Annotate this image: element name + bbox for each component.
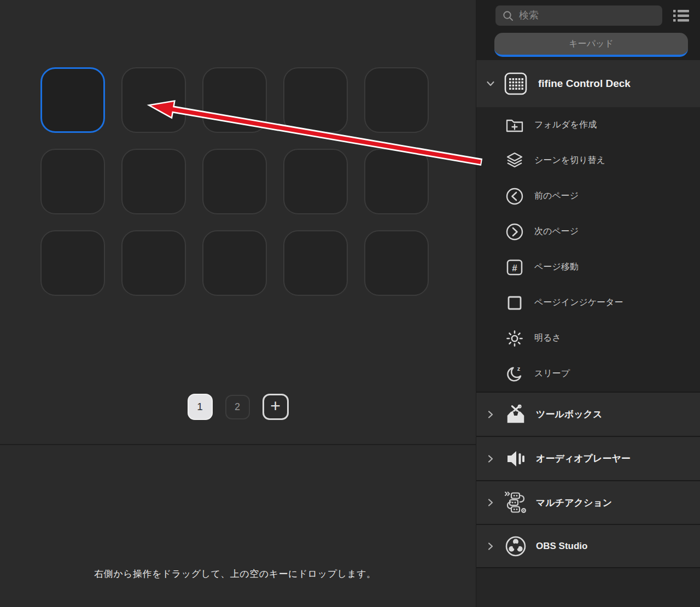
section-fifine-control-deck[interactable]: fifine Control Deck <box>476 60 700 107</box>
key-grid <box>40 67 429 296</box>
page-indicator-icon <box>505 293 524 313</box>
page-switcher: 1 2 + <box>0 394 476 420</box>
section-multi-action[interactable]: マルチアクション <box>476 481 700 524</box>
chevron-down-icon <box>485 78 497 90</box>
chevron-right-icon <box>485 540 497 552</box>
next-page-icon <box>505 222 524 242</box>
action-item-sleep[interactable]: z スリープ <box>476 356 700 392</box>
action-item-label: フォルダを作成 <box>534 119 597 131</box>
fifine-control-deck-app: 1 2 + 右側から操作をドラッグして、上の空のキーにドロップします。 <box>0 0 700 607</box>
key-slot[interactable] <box>121 230 186 296</box>
section-label: OBS Studio <box>536 541 587 552</box>
action-item-label: 前のページ <box>534 190 579 202</box>
action-item-label: 明るさ <box>534 332 561 344</box>
key-slot[interactable] <box>202 149 267 214</box>
action-item-next-page[interactable]: 次のページ <box>476 214 700 249</box>
action-item-label: ページ移動 <box>534 261 579 273</box>
action-item-label: スリープ <box>534 368 570 380</box>
add-page-button[interactable]: + <box>262 394 289 420</box>
folder-plus-icon <box>505 115 524 135</box>
section-label: ツールボックス <box>536 408 602 421</box>
sidebar-search-area: キーパッド <box>476 0 700 60</box>
key-slot[interactable] <box>121 67 186 133</box>
action-item-label: 次のページ <box>534 226 579 237</box>
device-section-title: fifine Control Deck <box>538 78 631 90</box>
action-item-page-indicator[interactable]: ページインジケーター <box>476 285 700 320</box>
section-audio-player[interactable]: オーディオプレーヤー <box>476 437 700 480</box>
key-slot[interactable] <box>283 230 348 296</box>
section-toolbox[interactable]: ツールボックス <box>476 393 700 436</box>
key-slot[interactable] <box>40 149 105 214</box>
key-slot[interactable] <box>283 67 348 133</box>
key-slot[interactable] <box>364 67 429 133</box>
key-layout-panel: 1 2 + 右側から操作をドラッグして、上の空のキーにドロップします。 <box>0 0 476 607</box>
key-slot[interactable] <box>364 230 429 296</box>
key-slot[interactable] <box>40 230 105 296</box>
chevron-right-icon <box>485 408 497 421</box>
search-icon <box>502 10 514 22</box>
chevron-right-icon <box>485 453 497 465</box>
section-obs-studio[interactable]: OBS Studio <box>476 525 700 567</box>
chevron-right-icon <box>485 497 497 509</box>
drag-drop-hint: 右側から操作をドラッグして、上の空のキーにドロップします。 <box>0 568 470 580</box>
panel-divider <box>0 444 476 445</box>
svg-text:#: # <box>512 262 517 273</box>
actions-sidebar: キーパッド fifine Control Deck <box>476 0 700 607</box>
layers-icon <box>505 151 524 171</box>
key-slot[interactable] <box>202 230 267 296</box>
svg-text:z: z <box>517 365 521 372</box>
keypad-device-icon <box>504 72 528 96</box>
obs-studio-icon <box>504 535 527 558</box>
action-item-label: ページインジケーター <box>534 297 623 308</box>
key-slot[interactable] <box>364 149 429 214</box>
action-item-create-folder[interactable]: フォルダを作成 <box>476 107 700 143</box>
action-item-prev-page[interactable]: 前のページ <box>476 178 700 214</box>
key-slot[interactable] <box>202 67 267 133</box>
search-input[interactable] <box>519 10 656 21</box>
page-number-icon: # <box>505 258 524 277</box>
action-item-brightness[interactable]: 明るさ <box>476 320 700 356</box>
prev-page-icon <box>505 186 524 206</box>
toolbox-icon <box>504 403 527 426</box>
device-action-list: フォルダを作成 シーンを切り替え <box>476 107 700 392</box>
action-item-page-jump[interactable]: # ページ移動 <box>476 249 700 285</box>
list-view-button[interactable] <box>672 7 691 25</box>
key-slot[interactable] <box>283 149 348 214</box>
key-slot[interactable] <box>121 149 186 214</box>
list-icon <box>673 8 690 24</box>
audio-player-icon <box>505 448 527 470</box>
page-button-2[interactable]: 2 <box>225 395 250 419</box>
action-item-label: シーンを切り替え <box>534 155 605 166</box>
search-box[interactable] <box>495 5 662 26</box>
sidebar-bottom-filler <box>476 568 700 607</box>
sleep-icon: z <box>505 364 524 384</box>
section-label: マルチアクション <box>536 497 612 509</box>
tab-keypad[interactable]: キーパッド <box>494 33 688 57</box>
brightness-icon <box>505 329 524 348</box>
multi-action-icon <box>504 491 527 515</box>
section-label: オーディオプレーヤー <box>536 452 631 465</box>
page-button-1[interactable]: 1 <box>188 394 213 420</box>
action-item-switch-scene[interactable]: シーンを切り替え <box>476 143 700 178</box>
key-slot-selected[interactable] <box>40 67 105 133</box>
